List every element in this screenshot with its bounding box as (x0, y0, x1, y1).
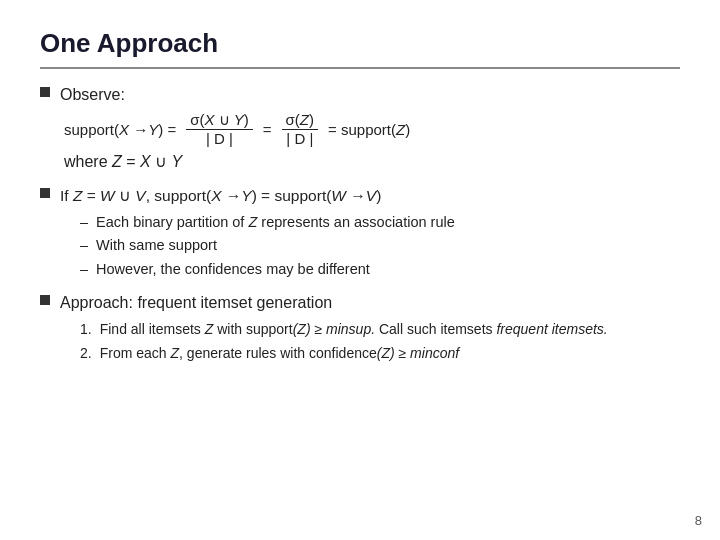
sub-bullet-text-2: With same support (96, 234, 217, 257)
if-bullet: If Z = W ∪ V, support(X →Y) = support(W … (40, 184, 680, 207)
numerator-2: σ(Z) (282, 111, 318, 130)
observe-bullet: Observe: support(X →Y) = σ(X ∪ Y) | D | … (40, 83, 680, 174)
num-label-2: 2. (80, 343, 92, 365)
numbered-bullet-2: 2. From each Z, generate rules with conf… (80, 343, 680, 365)
fraction-1: σ(X ∪ Y) | D | (186, 111, 253, 148)
if-section: If Z = W ∪ V, support(X →Y) = support(W … (40, 184, 680, 281)
approach-section: Approach: frequent itemset generation 1.… (40, 291, 680, 364)
bullet-square-1 (40, 87, 50, 97)
fraction-2: σ(Z) | D | (282, 111, 318, 148)
sub-bullet-text-1: Each binary partition of Z represents an… (96, 211, 455, 234)
denominator-1: | D | (202, 130, 237, 148)
observe-label: Observe: (60, 83, 410, 107)
formula-row: support(X →Y) = σ(X ∪ Y) | D | = σ(Z) | … (64, 111, 410, 148)
bullet-square-2 (40, 188, 50, 198)
numerator-1: σ(X ∪ Y) (186, 111, 253, 130)
where-line: where Z = X ∪ Y (64, 150, 410, 174)
page-number: 8 (695, 513, 702, 528)
equals-2: = support(Z) (328, 121, 410, 138)
sub-bullets: – Each binary partition of Z represents … (80, 211, 680, 281)
numbered-bullet-text-1: Find all itemsets Z with support(Z) ≥ mi… (100, 319, 608, 341)
sub-bullet-3: – However, the confidences may be differ… (80, 258, 680, 281)
slide-title: One Approach (40, 28, 680, 69)
if-bullet-text: If Z = W ∪ V, support(X →Y) = support(W … (60, 184, 381, 207)
support-lhs: support(X →Y) = (64, 121, 176, 138)
sub-bullet-1: – Each binary partition of Z represents … (80, 211, 680, 234)
sub-bullet-2: – With same support (80, 234, 680, 257)
observe-section: Observe: support(X →Y) = σ(X ∪ Y) | D | … (40, 83, 680, 174)
numbered-bullets: 1. Find all itemsets Z with support(Z) ≥… (80, 319, 680, 364)
approach-text: Approach: frequent itemset generation (60, 291, 332, 315)
denominator-2: | D | (282, 130, 317, 148)
dash-2: – (80, 234, 88, 257)
observe-block: Observe: support(X →Y) = σ(X ∪ Y) | D | … (60, 83, 410, 174)
dash-1: – (80, 211, 88, 234)
content: Observe: support(X →Y) = σ(X ∪ Y) | D | … (40, 83, 680, 364)
bullet-square-3 (40, 295, 50, 305)
equals-1: = (263, 121, 272, 138)
numbered-bullet-1: 1. Find all itemsets Z with support(Z) ≥… (80, 319, 680, 341)
approach-bullet: Approach: frequent itemset generation (40, 291, 680, 315)
sub-bullet-text-3: However, the confidences may be differen… (96, 258, 370, 281)
numbered-bullet-text-2: From each Z, generate rules with confide… (100, 343, 459, 365)
slide: One Approach Observe: support(X →Y) = σ(… (0, 0, 720, 540)
num-label-1: 1. (80, 319, 92, 341)
dash-3: – (80, 258, 88, 281)
